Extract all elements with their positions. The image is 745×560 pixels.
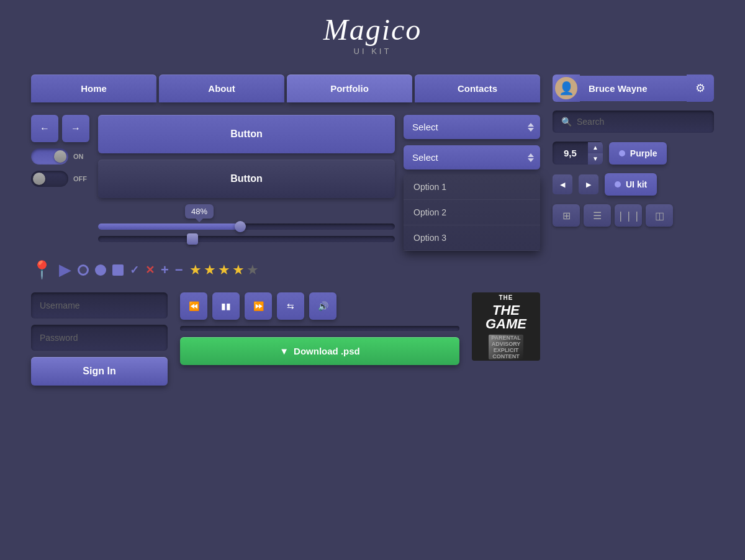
rewind-button[interactable]: ⏪: [180, 292, 207, 320]
dropdown-option-3[interactable]: Option 3: [404, 225, 540, 251]
star-rating: ★ ★ ★ ★ ★: [189, 262, 259, 278]
toggle-on-label: ON: [73, 153, 84, 160]
signin-button[interactable]: Sign In: [31, 357, 168, 386]
slider-value: 48%: [185, 204, 214, 219]
album-art: THE THE GAME PARENTALADVISORYEXPLICIT CO…: [472, 292, 540, 361]
media-buttons: ⏪ ▮▮ ⏩ ⇆ 🔊: [180, 292, 459, 320]
form-col: Sign In: [31, 292, 168, 386]
badge-dot-icon: [619, 150, 625, 156]
select-2-wrap: Select Option 1 Option 2 Option 3: [404, 145, 540, 169]
film-view-button[interactable]: ◫: [646, 204, 673, 227]
plus-icon[interactable]: +: [161, 262, 169, 278]
star-4[interactable]: ★: [232, 262, 245, 278]
number-stepper: 9,5 ▲ ▼: [553, 142, 603, 165]
app-title: Magico: [31, 12, 714, 47]
media-next-button[interactable]: ▶: [579, 174, 598, 194]
slider-section: 48%: [98, 204, 395, 242]
search-box: 🔍: [553, 111, 714, 133]
nav-bar: Home About Portfolio Contacts: [31, 75, 540, 102]
select-2[interactable]: Select Option 1 Option 2 Option 3: [404, 145, 540, 169]
toggle-off[interactable]: [31, 171, 68, 187]
stepper-down[interactable]: ▼: [588, 153, 603, 165]
back-button[interactable]: ←: [31, 115, 58, 142]
list-view-button[interactable]: ☰: [584, 204, 611, 227]
shuffle-button[interactable]: ⇆: [277, 292, 304, 320]
dropdown-open: Option 1 Option 2 Option 3: [404, 174, 540, 251]
stepper-value: 9,5: [553, 142, 588, 165]
checkmark-icon: ✓: [130, 263, 139, 277]
minus-icon[interactable]: −: [175, 262, 183, 278]
grid-view-button[interactable]: ⊞: [553, 204, 580, 227]
purple-label: Purple: [630, 148, 657, 158]
volume-button[interactable]: 🔊: [309, 292, 336, 320]
user-profile: 👤 Bruce Wayne ⚙: [553, 75, 714, 102]
dropdown-option-1[interactable]: Option 1: [404, 174, 540, 200]
map-pin-outline-icon: ▶: [59, 260, 71, 279]
radio-unselected-icon[interactable]: [78, 264, 89, 276]
app-subtitle: UI KIT: [31, 47, 714, 56]
album-title: THE GAME: [477, 304, 535, 331]
icon-row: 📍 ▶ ✓ ✕ + − ★ ★ ★ ★ ★: [31, 260, 540, 280]
download-label: Download .psd: [294, 346, 360, 356]
star-3[interactable]: ★: [218, 262, 230, 278]
search-icon: 🔍: [561, 117, 572, 127]
slider-track2[interactable]: [98, 236, 395, 242]
radio-selected-icon[interactable]: [95, 264, 106, 276]
close-x-icon: ✕: [145, 263, 155, 277]
column-view-button[interactable]: ❘❘❘: [615, 204, 642, 227]
search-input[interactable]: [577, 117, 705, 127]
avatar-face: 👤: [555, 77, 577, 99]
media-col: ⏪ ▮▮ ⏩ ⇆ 🔊 ▼ Download .psd: [180, 292, 459, 386]
pause-button[interactable]: ▮▮: [212, 292, 240, 320]
username-input[interactable]: [31, 292, 168, 318]
toggle-on[interactable]: [31, 148, 68, 165]
nav-portfolio[interactable]: Portfolio: [287, 75, 412, 102]
select-1-wrap: Select Option 1 Option 2 Option 3: [404, 115, 540, 139]
nav-home[interactable]: Home: [31, 75, 156, 102]
select-1[interactable]: Select Option 1 Option 2 Option 3: [404, 115, 540, 139]
purple-badge-btn[interactable]: Purple: [609, 142, 667, 165]
star-2[interactable]: ★: [204, 262, 216, 278]
button-primary[interactable]: Button: [98, 115, 395, 153]
uikit-badge-btn[interactable]: UI kit: [605, 173, 657, 196]
fastforward-button[interactable]: ⏩: [245, 292, 272, 320]
password-input[interactable]: [31, 325, 168, 351]
nav-about[interactable]: About: [159, 75, 284, 102]
stepper-row: 9,5 ▲ ▼ Purple: [553, 142, 714, 165]
view-buttons: ⊞ ☰ ❘❘❘ ◫: [553, 204, 714, 227]
uikit-label: UI kit: [626, 179, 647, 189]
media-progress-slider[interactable]: [180, 326, 459, 331]
stepper-buttons: ▲ ▼: [588, 142, 603, 165]
dropdown-option-2[interactable]: Option 2: [404, 200, 540, 225]
toggle-off-label: OFF: [73, 175, 87, 183]
forward-button[interactable]: →: [62, 115, 89, 142]
checkbox-icon[interactable]: [112, 264, 124, 276]
settings-button[interactable]: ⚙: [687, 75, 714, 102]
select-col: Select Option 1 Option 2 Option 3 Select: [404, 115, 540, 251]
user-name-button[interactable]: Bruce Wayne: [580, 76, 687, 101]
button-secondary[interactable]: Button: [98, 160, 395, 198]
star-1[interactable]: ★: [189, 262, 202, 278]
uikit-badge-dot-icon: [615, 181, 621, 187]
download-icon: ▼: [279, 346, 289, 356]
user-avatar: 👤: [553, 75, 580, 102]
nav-contacts[interactable]: Contacts: [415, 75, 540, 102]
map-pin-filled-icon: 📍: [31, 260, 53, 280]
media-right-row: ◀ ▶ UI kit: [553, 173, 714, 196]
star-5[interactable]: ★: [246, 262, 259, 278]
media-prev-button[interactable]: ◀: [553, 174, 572, 194]
stepper-up[interactable]: ▲: [588, 142, 603, 153]
download-button[interactable]: ▼ Download .psd: [180, 337, 459, 365]
slider-track[interactable]: [98, 224, 395, 230]
